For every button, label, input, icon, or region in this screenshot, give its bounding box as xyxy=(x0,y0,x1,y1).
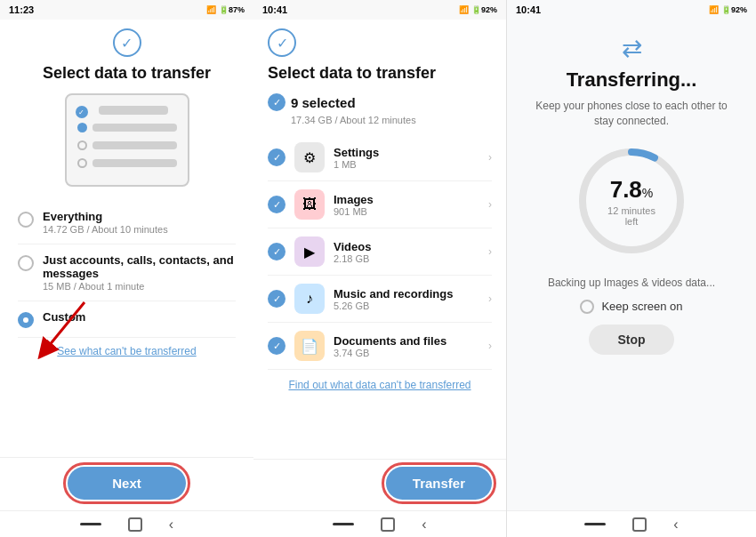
time-3: 10:41 xyxy=(516,4,541,15)
check-icon-2: ✓ xyxy=(268,28,296,57)
radio-group: Everything 14.72 GB / About 10 minutes J… xyxy=(18,201,236,338)
data-size-music: 5.26 GB xyxy=(334,301,479,311)
radio-everything[interactable]: Everything 14.72 GB / About 10 minutes xyxy=(18,201,236,244)
stop-button[interactable]: Stop xyxy=(589,325,673,355)
radio-sub-everything: 14.72 GB / About 10 minutes xyxy=(43,224,168,235)
data-size-docs: 3.74 GB xyxy=(334,348,479,358)
nav-bar-2: ‹ xyxy=(253,510,506,537)
time-1: 11:23 xyxy=(9,4,34,15)
progress-minutes: 12 minutes left xyxy=(603,204,661,226)
data-item-docs[interactable]: ✓ 📄 Documents and files 3.74 GB › xyxy=(268,323,492,370)
nav-bar-1: ‹ xyxy=(0,510,253,537)
transfer-title: Transferring... xyxy=(567,68,697,92)
data-item-videos[interactable]: ✓ ▶ Videos 2.18 GB › xyxy=(268,228,492,276)
status-icons-2: 📶 🔋92% xyxy=(459,5,497,14)
transfer-arrows-icon: ⇄ xyxy=(622,34,642,63)
keep-screen-row[interactable]: Keep screen on xyxy=(580,300,682,314)
status-icons-3: 📶 🔋92% xyxy=(709,5,747,14)
data-name-settings: Settings xyxy=(334,146,479,159)
radio-accounts[interactable]: Just accounts, calls, contacts, and mess… xyxy=(18,244,236,301)
data-name-music: Music and recordings xyxy=(334,287,479,301)
data-name-videos: Videos xyxy=(334,240,479,253)
nav-home-3[interactable] xyxy=(584,523,606,525)
progress-circle-container: 7.8% 12 minutes left xyxy=(574,143,689,259)
status-bar-1: 11:23 📶 🔋87% xyxy=(0,0,253,20)
nav-home-2[interactable] xyxy=(333,523,354,525)
docs-icon: 📄 xyxy=(294,331,325,361)
radio-circle-accounts[interactable] xyxy=(18,255,34,271)
radio-sub-accounts: 15 MB / About 1 minute xyxy=(43,281,236,292)
next-button[interactable]: Next xyxy=(68,467,186,500)
nav-back[interactable]: ‹ xyxy=(169,517,173,533)
data-check-docs[interactable]: ✓ xyxy=(268,337,286,355)
music-icon: ♪ xyxy=(294,284,325,314)
data-check-settings[interactable]: ✓ xyxy=(268,148,286,166)
data-size-images: 901 MB xyxy=(334,206,479,217)
settings-icon: ⚙ xyxy=(294,142,325,172)
badge-count: 9 selected xyxy=(291,95,356,110)
data-item-images[interactable]: ✓ 🖼 Images 901 MB › xyxy=(268,181,492,228)
time-2: 10:41 xyxy=(262,4,287,15)
progress-percent: 7.8% xyxy=(610,175,654,202)
nav-back-2[interactable]: ‹ xyxy=(422,517,426,533)
status-bar-2: 10:41 📶 🔋92% xyxy=(253,0,506,20)
radio-label-everything: Everything xyxy=(43,210,168,223)
panel-1-bottom: Next xyxy=(0,457,253,510)
data-check-music[interactable]: ✓ xyxy=(268,290,286,308)
panel-1-title: Select data to transfer xyxy=(43,64,211,83)
data-size-settings: 1 MB xyxy=(334,159,479,170)
transfer-subtitle: Keep your phones close to each other to … xyxy=(525,99,738,129)
phone-illustration: ✓ xyxy=(65,93,189,187)
badge-sub: 17.34 GB / About 12 minutes xyxy=(291,115,416,125)
data-item-settings[interactable]: ✓ ⚙ Settings 1 MB › xyxy=(268,134,492,181)
badge-check-icon: ✓ xyxy=(268,93,286,111)
status-icons-1: 📶 🔋87% xyxy=(206,5,245,14)
nav-recents-2[interactable] xyxy=(381,517,395,532)
check-icon-1: ✓ xyxy=(113,28,141,57)
data-check-images[interactable]: ✓ xyxy=(268,196,286,213)
radio-label-custom: Custom xyxy=(43,310,85,324)
data-size-videos: 2.18 GB xyxy=(334,253,479,264)
images-icon: 🖼 xyxy=(294,189,325,220)
panel-1-content: ✓ Select data to transfer ✓ xyxy=(0,20,253,457)
illus-check: ✓ xyxy=(76,106,88,118)
data-list: ✓ ⚙ Settings 1 MB › ✓ 🖼 Images 901 MB › … xyxy=(268,134,492,370)
nav-recents[interactable] xyxy=(128,517,142,532)
data-name-images: Images xyxy=(334,193,479,206)
panel-1: 11:23 📶 🔋87% ✓ Select data to transfer ✓ xyxy=(0,0,253,537)
panel-3-content: ⇄ Transferring... Keep your phones close… xyxy=(507,20,756,510)
radio-circle-custom[interactable] xyxy=(18,312,34,328)
progress-text: 7.8% 12 minutes left xyxy=(603,175,661,226)
radio-custom[interactable]: Custom xyxy=(18,301,236,338)
selected-badge: ✓ 9 selected xyxy=(268,93,356,111)
transfer-button[interactable]: Transfer xyxy=(386,467,492,500)
radio-label-accounts: Just accounts, calls, contacts, and mess… xyxy=(43,253,236,280)
find-link[interactable]: Find out what data can't be transferred xyxy=(268,370,492,397)
panel-3: 10:41 📶 🔋92% ⇄ Transferring... Keep your… xyxy=(507,0,756,537)
nav-bar-3: ‹ xyxy=(507,510,756,537)
status-bar-3: 10:41 📶 🔋92% xyxy=(507,0,756,20)
backing-text: Backing up Images & videos data... xyxy=(548,277,715,289)
videos-icon: ▶ xyxy=(294,236,325,267)
panel-2: 10:41 📶 🔋92% ✓ Select data to transfer ✓… xyxy=(253,0,507,537)
data-name-docs: Documents and files xyxy=(334,334,479,348)
panel-2-content: ✓ Select data to transfer ✓ 9 selected 1… xyxy=(253,20,506,459)
panel-2-bottom: Transfer xyxy=(253,459,506,510)
radio-circle-everything[interactable] xyxy=(18,212,34,228)
see-link[interactable]: See what can't be transferred xyxy=(57,345,196,357)
nav-back-3[interactable]: ‹ xyxy=(673,517,678,533)
data-item-music[interactable]: ✓ ♪ Music and recordings 5.26 GB › xyxy=(268,276,492,323)
data-check-videos[interactable]: ✓ xyxy=(268,243,286,260)
panel-2-title: Select data to transfer xyxy=(268,64,436,83)
keep-screen-radio[interactable] xyxy=(580,300,594,314)
keep-screen-label: Keep screen on xyxy=(601,300,682,313)
nav-recents-3[interactable] xyxy=(632,517,647,532)
nav-home[interactable] xyxy=(80,523,101,525)
